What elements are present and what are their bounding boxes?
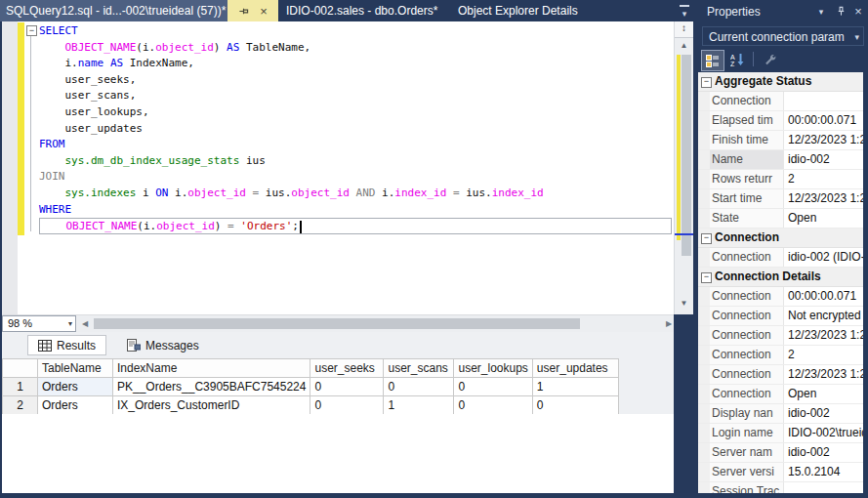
- property-row[interactable]: ConnectionOpen: [698, 385, 863, 404]
- alphabetical-sort-button[interactable]: AZ: [726, 50, 748, 69]
- property-value[interactable]: idio-002 (IDIO-0: [784, 248, 863, 267]
- property-section-header[interactable]: −Connection Details: [698, 268, 863, 287]
- property-row[interactable]: Nameidio-002: [698, 150, 863, 170]
- sql-editor[interactable]: − SELECT OBJECT_NAME(i.object_id) AS Tab…: [2, 21, 674, 314]
- scroll-down-icon[interactable]: ▼: [675, 299, 693, 308]
- property-value[interactable]: 00:00:00.071: [784, 287, 863, 306]
- results-cell[interactable]: 0: [384, 378, 454, 396]
- tab-orders[interactable]: IDIO-002.sales - dbo.Orders*: [280, 0, 454, 21]
- property-value[interactable]: idio-002: [784, 443, 863, 462]
- code-line[interactable]: JOIN: [39, 169, 672, 186]
- property-row[interactable]: Connection12/23/2023 1:20: [698, 365, 863, 385]
- property-value[interactable]: idio-002: [784, 150, 863, 169]
- property-value[interactable]: [784, 482, 863, 493]
- property-object-dropdown[interactable]: Current connection param ▾: [702, 26, 864, 46]
- pin-icon[interactable]: [238, 6, 249, 17]
- property-row[interactable]: Display nanidio-002: [698, 404, 863, 424]
- property-row[interactable]: Start time12/23/2023 1:20: [698, 189, 863, 209]
- property-row[interactable]: ConnectionNot encrypted: [698, 307, 863, 326]
- window-position-icon[interactable]: ▾: [813, 0, 829, 23]
- property-value[interactable]: 2: [784, 170, 863, 188]
- property-value[interactable]: 12/23/2023 1:20: [784, 131, 863, 149]
- fold-collapse-icon[interactable]: −: [26, 25, 37, 36]
- editor-vertical-scrollbar[interactable]: ↕ ▲ ▼: [674, 21, 693, 314]
- code-line[interactable]: user_seeks,: [39, 72, 672, 89]
- close-icon[interactable]: ×: [850, 0, 866, 23]
- property-row[interactable]: Server namidio-002: [698, 443, 863, 463]
- property-row[interactable]: Connection12/23/2023 1:20: [698, 326, 863, 346]
- tab-sqlquery12[interactable]: SQLQuery12.sql - id...-002\trueideal (57…: [0, 0, 278, 21]
- tab-object-explorer-details[interactable]: Object Explorer Details: [448, 0, 604, 21]
- property-row[interactable]: Connection: [698, 92, 863, 111]
- results-column-header[interactable]: user_lookups: [454, 359, 532, 378]
- property-row[interactable]: Session Trac: [698, 482, 863, 493]
- results-cell[interactable]: IX_Orders_CustomerID: [113, 396, 310, 415]
- property-value[interactable]: Open: [784, 209, 863, 228]
- code-area[interactable]: SELECT OBJECT_NAME(i.object_id) AS Table…: [39, 23, 672, 234]
- scroll-up-icon[interactable]: ▲: [675, 41, 693, 50]
- results-cell[interactable]: PK__Orders__C3905BAFC7545224: [113, 378, 310, 396]
- results-column-header[interactable]: user_seeks: [310, 359, 384, 378]
- property-row[interactable]: Connection2: [698, 346, 863, 365]
- scroll-left-icon[interactable]: ◀: [78, 315, 92, 332]
- property-section-header[interactable]: −Connection: [698, 228, 863, 248]
- editor-split-handle[interactable]: ↕: [675, 21, 693, 38]
- collapse-icon[interactable]: −: [701, 233, 712, 244]
- collapse-icon[interactable]: −: [701, 77, 712, 88]
- property-row[interactable]: Server versi15.0.2104: [698, 463, 863, 482]
- property-value[interactable]: idio-002: [784, 404, 863, 423]
- code-line[interactable]: i.name AS IndexName,: [39, 56, 672, 72]
- property-row[interactable]: Finish time12/23/2023 1:20: [698, 131, 863, 150]
- code-line[interactable]: SELECT: [39, 23, 672, 40]
- property-value[interactable]: Open: [784, 385, 863, 403]
- code-line[interactable]: FROM: [39, 137, 672, 153]
- property-row[interactable]: Elapsed tim00:00:00.071: [698, 111, 863, 131]
- property-row[interactable]: Login nameIDIO-002\trueid: [698, 424, 863, 443]
- code-line[interactable]: WHERE: [39, 202, 672, 219]
- results-column-header[interactable]: TableName: [38, 359, 113, 378]
- property-row[interactable]: Connection00:00:00.071: [698, 287, 863, 307]
- property-value[interactable]: 00:00:00.071: [784, 111, 863, 130]
- pin-icon[interactable]: [833, 0, 848, 17]
- property-pages-button[interactable]: [759, 50, 780, 69]
- results-column-header[interactable]: user_scans: [384, 359, 454, 378]
- code-line[interactable]: user_lookups,: [39, 104, 672, 121]
- code-line[interactable]: OBJECT_NAME(i.object_id) = 'Orders';: [39, 218, 672, 234]
- row-number-cell[interactable]: 2: [3, 396, 38, 415]
- zoom-level-dropdown[interactable]: 98 % ▾: [2, 315, 76, 332]
- code-line[interactable]: OBJECT_NAME(i.object_id) AS TableName,: [39, 40, 672, 57]
- tab-messages[interactable]: Messages: [117, 335, 209, 355]
- property-value[interactable]: IDIO-002\trueid: [784, 424, 863, 442]
- property-value[interactable]: Not encrypted: [784, 307, 863, 325]
- property-value[interactable]: [784, 92, 863, 110]
- property-section-header[interactable]: −Aggregate Status: [698, 72, 863, 92]
- close-icon[interactable]: ×: [260, 6, 268, 17]
- property-row[interactable]: Connectionidio-002 (IDIO-0: [698, 248, 863, 268]
- code-line[interactable]: user_scans,: [39, 88, 672, 104]
- results-corner-cell[interactable]: [3, 359, 38, 378]
- results-cell[interactable]: 0: [532, 396, 618, 415]
- results-cell[interactable]: 0: [310, 378, 384, 396]
- horizontal-scrollbar-thumb[interactable]: [94, 318, 580, 329]
- property-value[interactable]: 15.0.2104: [784, 463, 863, 481]
- collapse-icon[interactable]: −: [701, 272, 712, 283]
- tab-results[interactable]: Results: [27, 335, 106, 355]
- results-cell[interactable]: 1: [384, 396, 454, 415]
- row-number-cell[interactable]: 1: [3, 378, 38, 396]
- results-cell[interactable]: 1: [532, 378, 618, 396]
- code-line[interactable]: sys.dm_db_index_usage_stats ius: [39, 153, 672, 170]
- vertical-scrollbar-thumb[interactable]: [682, 55, 691, 256]
- results-column-header[interactable]: IndexName: [113, 359, 310, 378]
- tab-overflow-icon[interactable]: ▾: [678, 4, 691, 18]
- results-grid[interactable]: TableNameIndexNameuser_seeksuser_scansus…: [2, 358, 619, 415]
- categorized-view-button[interactable]: [701, 50, 724, 71]
- properties-grid[interactable]: −Aggregate StatusConnectionElapsed tim00…: [698, 72, 863, 493]
- property-row[interactable]: Rows returr2: [698, 170, 863, 189]
- property-value[interactable]: 12/23/2023 1:20: [784, 365, 863, 384]
- property-value[interactable]: 12/23/2023 1:20: [784, 189, 863, 208]
- results-column-header[interactable]: user_updates: [532, 359, 618, 378]
- scroll-right-icon[interactable]: ▶: [662, 315, 676, 332]
- results-cell[interactable]: 0: [310, 396, 384, 415]
- properties-title-bar[interactable]: Properties ▾ ×: [698, 0, 868, 23]
- results-cell[interactable]: Orders: [38, 378, 113, 396]
